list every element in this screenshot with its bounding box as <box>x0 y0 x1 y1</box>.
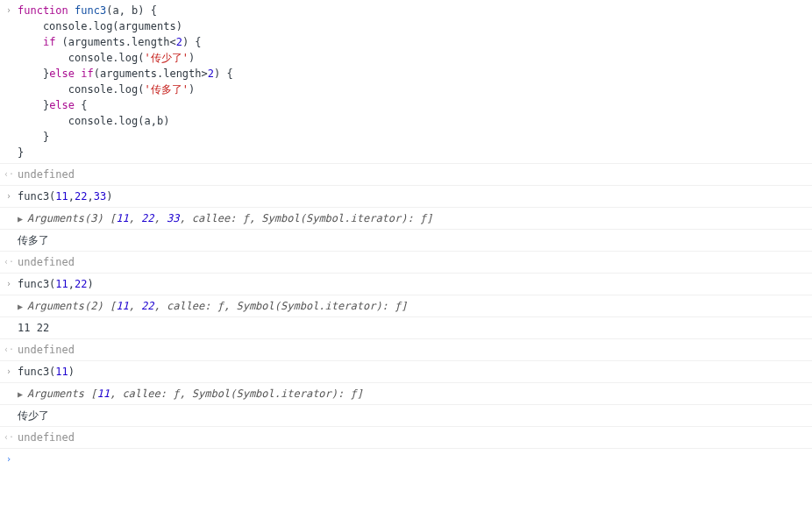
console-result: undefined <box>18 254 812 270</box>
console-result: undefined <box>18 167 812 182</box>
devtools-console: ›function func3(a, b) { console.log(argu… <box>0 0 812 449</box>
log-marker <box>0 408 18 423</box>
output-chevron-icon: ‹· <box>0 254 18 270</box>
console-log-text: 传少了 <box>18 408 812 423</box>
console-result: undefined <box>18 342 812 358</box>
console-row: 11 22 <box>0 317 812 339</box>
log-marker <box>0 386 18 402</box>
console-log-text: 11 22 <box>18 320 812 336</box>
console-log-object[interactable]: ▶Arguments(3) [11, 22, 33, callee: ƒ, Sy… <box>18 210 812 226</box>
console-row: 传少了 <box>0 405 812 427</box>
console-log-text: 传多了 <box>18 232 812 248</box>
input-chevron-icon: › <box>0 276 18 292</box>
console-row: ‹·undefined <box>0 164 812 186</box>
console-row: ‹·undefined <box>0 252 812 274</box>
console-prompt-row[interactable]: › <box>0 449 812 470</box>
log-marker <box>0 232 18 248</box>
console-input-code: func3(11) <box>18 364 812 380</box>
console-row: ›function func3(a, b) { console.log(argu… <box>0 0 812 164</box>
log-marker <box>0 210 18 226</box>
console-input-code: func3(11,22) <box>18 276 812 292</box>
console-result: undefined <box>18 430 812 445</box>
input-chevron-icon: › <box>0 188 18 204</box>
log-marker <box>0 320 18 336</box>
console-row: ›func3(11,22,33) <box>0 186 812 208</box>
disclosure-triangle-icon[interactable]: ▶ <box>18 212 26 225</box>
console-row: ›func3(11) <box>0 361 812 383</box>
console-row: ›func3(11,22) <box>0 274 812 295</box>
console-input-code: function func3(a, b) { console.log(argum… <box>18 3 812 160</box>
output-chevron-icon: ‹· <box>0 342 18 358</box>
output-chevron-icon: ‹· <box>0 167 18 182</box>
console-row: 传多了 <box>0 230 812 252</box>
output-chevron-icon: ‹· <box>0 430 18 445</box>
input-chevron-icon: › <box>0 3 18 160</box>
console-prompt-input[interactable] <box>18 452 812 467</box>
prompt-chevron-icon: › <box>0 452 18 467</box>
console-row: ▶Arguments(2) [11, 22, callee: ƒ, Symbol… <box>0 295 812 317</box>
console-row: ‹·undefined <box>0 339 812 361</box>
disclosure-triangle-icon[interactable]: ▶ <box>18 300 26 313</box>
input-chevron-icon: › <box>0 364 18 380</box>
log-marker <box>0 298 18 314</box>
console-log-object[interactable]: ▶Arguments [11, callee: ƒ, Symbol(Symbol… <box>18 386 812 402</box>
disclosure-triangle-icon[interactable]: ▶ <box>18 388 26 401</box>
console-log-object[interactable]: ▶Arguments(2) [11, 22, callee: ƒ, Symbol… <box>18 298 812 314</box>
console-row: ▶Arguments [11, callee: ƒ, Symbol(Symbol… <box>0 383 812 405</box>
console-input-code: func3(11,22,33) <box>18 188 812 204</box>
console-row: ‹·undefined <box>0 427 812 449</box>
console-row: ▶Arguments(3) [11, 22, 33, callee: ƒ, Sy… <box>0 208 812 230</box>
